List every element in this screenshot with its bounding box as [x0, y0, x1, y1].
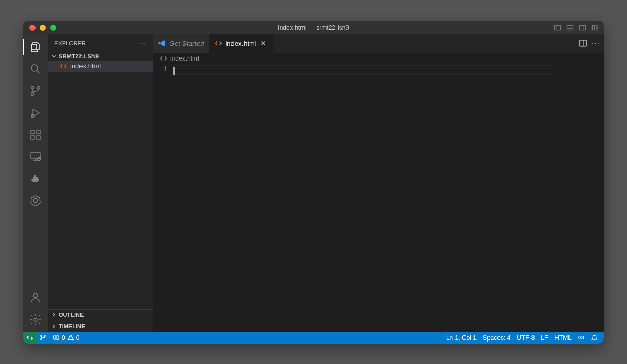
editor-more-button[interactable]: ···	[591, 39, 600, 48]
remote-explorer-icon	[29, 150, 42, 163]
customize-layout-button[interactable]	[590, 23, 600, 32]
code-editor[interactable]: 1	[153, 64, 604, 332]
svg-rect-18	[37, 136, 40, 139]
extensions-icon	[29, 128, 42, 141]
files-icon	[29, 41, 42, 53]
folder-header[interactable]: SRMT22-LSN9	[48, 52, 153, 61]
remote-explorer-tab[interactable]	[23, 146, 48, 167]
chevron-right-icon	[51, 312, 56, 318]
svg-rect-2	[567, 25, 573, 30]
window-title: index.html — srmt22-lsn9	[23, 24, 604, 31]
language-mode-status[interactable]: HTML	[551, 332, 575, 344]
warning-icon	[67, 334, 74, 341]
search-icon	[29, 63, 42, 75]
svg-point-9	[31, 65, 38, 71]
svg-point-26	[33, 293, 38, 298]
toggle-secondary-sidebar-button[interactable]	[578, 23, 587, 32]
notifications-button[interactable]	[588, 332, 601, 344]
svg-point-25	[34, 198, 38, 202]
outline-label: OUTLINE	[59, 312, 84, 318]
sidebar-title: EXPLORER	[54, 40, 86, 46]
maximize-window-button[interactable]	[50, 25, 56, 31]
tab-label: index.html	[225, 40, 256, 48]
sidebar-header: EXPLORER ···	[48, 34, 153, 52]
titlebar-layout-controls	[553, 23, 600, 32]
eol-status[interactable]: LF	[538, 332, 551, 344]
close-window-button[interactable]	[29, 25, 36, 31]
sidebar-more-button[interactable]: ···	[138, 39, 146, 48]
breadcrumb[interactable]: index.html	[153, 53, 604, 64]
gear-icon	[29, 313, 42, 326]
tab-bar: Get Started index.html ···	[153, 34, 604, 53]
warning-count: 0	[76, 334, 80, 342]
svg-point-13	[38, 86, 40, 89]
html-file-icon	[215, 40, 222, 47]
close-tab-button[interactable]	[260, 40, 267, 47]
svg-point-34	[44, 335, 45, 337]
docker-icon	[29, 172, 42, 185]
text-cursor	[173, 67, 175, 75]
chevron-right-icon	[51, 324, 56, 329]
search-tab[interactable]	[23, 58, 48, 79]
play-bug-icon	[29, 107, 42, 119]
svg-point-32	[41, 335, 42, 337]
code-area[interactable]	[173, 64, 555, 332]
docker-tab[interactable]	[23, 168, 48, 189]
line-number: 1	[153, 65, 167, 73]
minimize-window-button[interactable]	[40, 25, 46, 31]
tab-index-html[interactable]: index.html	[210, 34, 272, 53]
error-count: 0	[62, 334, 65, 342]
feedback-button[interactable]	[575, 332, 588, 344]
main-body: EXPLORER ··· SRMT22-LSN9 index.html OUTL…	[23, 34, 604, 332]
accounts-button[interactable]	[23, 287, 48, 308]
error-icon	[53, 334, 60, 341]
chevron-down-icon	[51, 54, 56, 59]
svg-rect-19	[37, 130, 40, 134]
svg-rect-7	[596, 25, 598, 27]
svg-rect-0	[554, 25, 560, 30]
svg-rect-4	[579, 25, 585, 30]
svg-marker-24	[31, 196, 40, 205]
run-debug-tab[interactable]	[23, 102, 48, 123]
encoding-status[interactable]: UTF-8	[514, 332, 538, 344]
kubernetes-tab[interactable]	[23, 190, 48, 211]
source-control-tab[interactable]	[23, 80, 48, 101]
svg-line-10	[37, 70, 40, 73]
settings-button[interactable]	[23, 309, 48, 330]
problems-status[interactable]: 0 0	[50, 332, 83, 344]
file-tree-item[interactable]: index.html	[48, 61, 153, 72]
tab-label: Get Started	[169, 40, 204, 48]
html-file-icon	[60, 63, 67, 70]
breadcrumb-file: index.html	[170, 55, 199, 62]
branch-icon	[29, 85, 42, 97]
outline-section[interactable]: OUTLINE	[48, 309, 153, 321]
svg-rect-6	[592, 25, 594, 30]
split-editor-button[interactable]	[579, 39, 587, 48]
svg-point-27	[34, 318, 37, 321]
timeline-label: TIMELINE	[59, 323, 85, 330]
toggle-panel-button[interactable]	[565, 23, 575, 32]
minimap[interactable]	[555, 64, 604, 332]
editor-area: Get Started index.html ··· index.html	[153, 34, 604, 332]
source-control-status[interactable]	[37, 332, 50, 344]
explorer-tab[interactable]	[23, 37, 48, 57]
file-name: index.html	[70, 62, 101, 70]
window-controls	[29, 25, 56, 31]
svg-marker-14	[33, 109, 39, 116]
indentation-status[interactable]: Spaces: 4	[480, 332, 514, 344]
file-tree: index.html	[48, 61, 153, 309]
broadcast-icon	[578, 334, 585, 341]
toggle-primary-sidebar-button[interactable]	[553, 23, 562, 32]
remote-indicator[interactable]	[23, 332, 37, 344]
tab-get-started[interactable]: Get Started	[153, 34, 210, 53]
branch-icon	[40, 334, 47, 341]
cursor-position[interactable]: Ln 1, Col 1	[443, 332, 480, 344]
svg-rect-16	[31, 130, 34, 134]
status-bar: 0 0 Ln 1, Col 1 Spaces: 4 UTF-8 LF HTML	[23, 332, 604, 344]
extensions-tab[interactable]	[23, 124, 48, 145]
activity-bar	[23, 34, 48, 332]
bell-icon	[591, 334, 598, 341]
svg-point-33	[41, 338, 42, 340]
titlebar: index.html — srmt22-lsn9	[23, 21, 604, 34]
timeline-section[interactable]: TIMELINE	[48, 321, 153, 332]
